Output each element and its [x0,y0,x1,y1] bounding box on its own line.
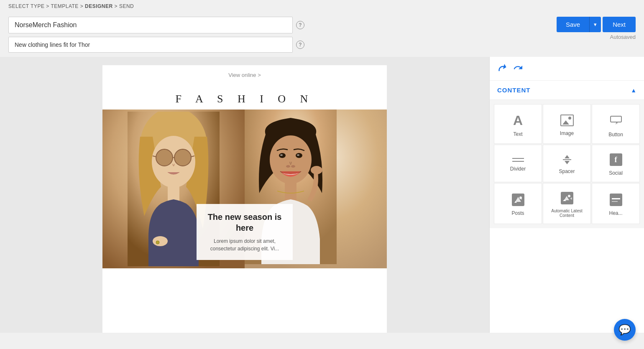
spacer-mid-line [563,159,571,160]
content-section-title: CONTENT [497,87,531,94]
header-block-label: Hea... [609,210,622,216]
svg-point-20 [311,166,322,174]
undo-redo-bar [490,57,644,81]
text-block-label: Text [513,131,522,137]
divider-block-label: Divider [510,166,526,172]
svg-point-4 [174,149,191,166]
divider-line-2 [512,161,524,162]
content-block-text[interactable]: A Text [494,104,542,144]
svg-point-18 [291,165,295,168]
overlay-body: Lorem ipsum dolor sit amet, consectetur … [207,237,283,252]
svg-rect-8 [168,185,179,201]
header-line-1 [612,198,620,199]
campaign-name-input[interactable] [8,17,293,33]
main-content-wrapper: View online > F A S H I O N [0,57,644,333]
campaign-name-row: ? [8,17,636,33]
image-icon [560,115,574,126]
svg-point-16 [297,154,299,156]
undo-icon [495,61,509,75]
svg-rect-19 [285,181,296,200]
save-dropdown-button[interactable] [589,17,601,32]
campaign-name-help-icon[interactable]: ? [296,21,304,29]
content-header: CONTENT ▲ [490,81,644,100]
button-svg-icon [610,113,622,125]
view-online-bar: View online > [102,65,387,84]
auto-latest-icon [561,192,573,204]
content-block-social[interactable]: f Social [592,145,640,182]
chat-icon: 💬 [618,324,631,336]
image-block-label: Image [560,130,574,136]
fashion-title: F A S H I O N [102,84,387,110]
spacer-arrow-down [565,161,570,164]
svg-rect-21 [611,116,621,122]
email-content: View online > F A S H I O N [102,65,387,333]
blocks-grid: A Text Image [490,100,644,228]
collapse-arrow-icon[interactable]: ▲ [631,87,636,94]
overlay-text-box: The new season is here Lorem ipsum dolor… [197,204,293,260]
header-lines [612,198,620,202]
svg-point-15 [280,154,283,156]
auto-svg-icon [561,192,573,204]
content-block-header[interactable]: Hea... [592,183,640,224]
header-icon [610,194,622,206]
image-grid: The new season is here Lorem ipsum dolor… [102,110,387,268]
chat-bubble[interactable]: 💬 [614,319,636,341]
header-line-2 [612,201,618,202]
divider-icon [512,158,524,162]
content-section: CONTENT ▲ A Text Image [490,81,644,228]
overlay-title: The new season is here [207,211,283,233]
redo-icon [513,63,523,73]
text-icon: A [513,114,523,127]
header-area: ? ? Save Next Autosaved [0,13,644,57]
spacer-arrow-up [565,155,570,158]
right-panel: CONTENT ▲ A Text Image [489,57,644,333]
auto-latest-block-label: Automatic Latest Content [547,209,586,218]
posts-block-label: Posts [511,210,524,216]
content-block-divider[interactable]: Divider [494,145,542,182]
content-block-auto-latest[interactable]: Automatic Latest Content [543,183,591,224]
save-button[interactable]: Save [557,17,589,32]
mountain-shape [562,120,569,125]
spacer-block-label: Spacer [559,168,575,174]
svg-point-3 [156,149,173,166]
spacer-icon [563,155,571,164]
button-block-label: Button [608,132,623,138]
undo-button[interactable] [495,61,510,76]
svg-point-10 [156,241,159,244]
posts-svg-icon [512,194,524,206]
content-block-posts[interactable]: Posts [494,183,542,224]
subject-line-row: ? [8,37,636,53]
redo-button[interactable] [513,63,523,74]
content-block-spacer[interactable]: Spacer [543,145,591,182]
view-online-link[interactable]: View online > [228,72,261,78]
svg-point-9 [153,236,168,246]
divider-line-1 [512,158,524,159]
content-block-image[interactable]: Image [543,104,591,144]
content-block-button[interactable]: Button [592,104,640,144]
breadcrumb-bar: SELECT TYPE > TEMPLATE > DESIGNER > SEND [0,0,644,13]
svg-point-25 [568,195,570,197]
save-next-group: Save Next [557,17,636,32]
next-button[interactable]: Next [603,17,636,32]
subject-line-input[interactable] [8,37,293,53]
svg-point-17 [286,165,290,168]
social-block-label: Social [609,170,623,176]
posts-icon [512,194,524,206]
breadcrumb-text: SELECT TYPE > TEMPLATE > DESIGNER > SEND [8,3,134,9]
header-actions: Save Next Autosaved [557,17,636,40]
email-preview-area: View online > F A S H I O N [0,57,489,333]
circle-shape [568,117,571,120]
autosaved-label: Autosaved [610,34,636,40]
subject-help-icon[interactable]: ? [296,41,304,49]
button-icon [610,113,622,127]
social-icon: f [610,153,622,166]
